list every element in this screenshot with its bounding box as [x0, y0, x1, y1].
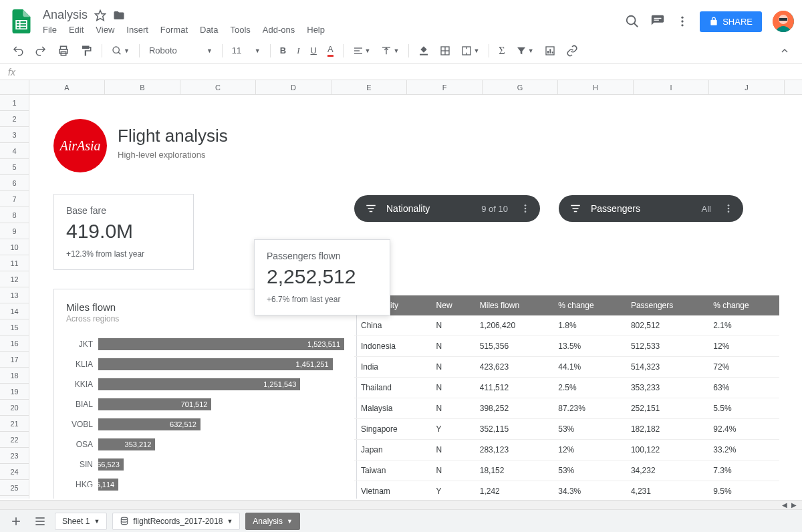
- col-header-C[interactable]: C: [180, 80, 256, 94]
- row-header-11[interactable]: 11: [0, 255, 29, 271]
- tab-sheet1[interactable]: Sheet 1▼: [55, 513, 107, 530]
- scroll-left-icon[interactable]: ◀: [782, 501, 787, 509]
- header-actions: SHARE: [625, 11, 794, 32]
- row-header-1[interactable]: 1: [0, 95, 29, 111]
- menu-add-ons[interactable]: Add-ons: [263, 25, 295, 35]
- folder-icon[interactable]: [113, 9, 125, 21]
- chart-icon[interactable]: [541, 43, 559, 59]
- chip-nationality[interactable]: Nationality 9 of 10: [354, 195, 540, 222]
- menu-data[interactable]: Data: [200, 25, 218, 35]
- row-header-4[interactable]: 4: [0, 143, 29, 159]
- scroll-right-icon[interactable]: ▶: [791, 501, 797, 509]
- row-header-19[interactable]: 19: [0, 384, 29, 400]
- doc-title[interactable]: Analysis: [43, 8, 88, 22]
- row-header-22[interactable]: 22: [0, 432, 29, 448]
- comment-icon[interactable]: [650, 14, 665, 29]
- more-vert-icon[interactable]: [676, 15, 689, 28]
- svg-rect-43: [573, 208, 579, 209]
- row-header-6[interactable]: 6: [0, 175, 29, 191]
- row-header-2[interactable]: 2: [0, 111, 29, 127]
- col-header-J[interactable]: J: [709, 80, 785, 94]
- underline-icon[interactable]: U: [307, 43, 321, 58]
- chip-passengers[interactable]: Passengers All: [559, 195, 743, 222]
- tab-analysis[interactable]: Analysis▼: [245, 513, 300, 530]
- menu-format[interactable]: Format: [160, 25, 188, 35]
- menu-view[interactable]: View: [96, 25, 114, 35]
- fill-color-icon[interactable]: [414, 43, 433, 59]
- sheet-area: ABCDEFGHIJ 12345678910111213141516171819…: [0, 80, 802, 499]
- row-header-18[interactable]: 18: [0, 368, 29, 384]
- row-header-5[interactable]: 5: [0, 159, 29, 175]
- v-align-icon[interactable]: ▼: [377, 43, 403, 59]
- paint-format-icon[interactable]: [76, 42, 96, 59]
- horizontal-scrollbar[interactable]: ◀ ▶: [0, 500, 802, 509]
- row-header-20[interactable]: 20: [0, 400, 29, 416]
- row-header-25[interactable]: 25: [0, 480, 29, 496]
- table-cell: Singapore: [354, 419, 430, 440]
- row-header-14[interactable]: 14: [0, 303, 29, 319]
- formula-bar[interactable]: fx: [0, 64, 802, 80]
- row-header-13[interactable]: 13: [0, 287, 29, 303]
- chip-more-icon[interactable]: [720, 203, 737, 214]
- redo-icon[interactable]: [31, 42, 51, 59]
- link-icon[interactable]: [562, 42, 582, 59]
- font-dd-icon[interactable]: ▼: [203, 45, 217, 57]
- italic-icon[interactable]: I: [293, 43, 303, 59]
- col-header-F[interactable]: F: [407, 80, 483, 94]
- size-dd-icon[interactable]: ▼: [251, 45, 265, 57]
- col-header-I[interactable]: I: [634, 80, 709, 94]
- star-icon[interactable]: [94, 9, 106, 21]
- col-header-A[interactable]: A: [29, 80, 105, 94]
- collapse-toolbar-icon[interactable]: [775, 43, 794, 59]
- zoom-dropdown[interactable]: ▼: [108, 43, 134, 59]
- merge-icon[interactable]: ▼: [457, 43, 483, 59]
- borders-icon[interactable]: [436, 43, 454, 59]
- row-header-21[interactable]: 21: [0, 416, 29, 432]
- col-header-H[interactable]: H: [558, 80, 634, 94]
- sheets-logo[interactable]: [8, 8, 35, 35]
- bar-row: OSA353,212: [66, 434, 344, 454]
- menu-file[interactable]: File: [43, 25, 57, 35]
- menu-insert[interactable]: Insert: [126, 25, 148, 35]
- all-sheets-icon[interactable]: [31, 512, 49, 531]
- table-cell: 63%: [706, 378, 779, 398]
- print-icon[interactable]: [53, 42, 74, 59]
- menu-bar: FileEditViewInsertFormatDataToolsAdd-ons…: [43, 25, 625, 35]
- col-header-D[interactable]: D: [256, 80, 331, 94]
- col-header-B[interactable]: B: [105, 80, 180, 94]
- row-header-12[interactable]: 12: [0, 271, 29, 287]
- undo-icon[interactable]: [8, 42, 28, 59]
- share-button[interactable]: SHARE: [700, 11, 762, 32]
- canvas[interactable]: AirAsia Flight analysis High-level explo…: [29, 95, 802, 499]
- chip-more-icon[interactable]: [517, 203, 533, 214]
- h-align-icon[interactable]: ▼: [349, 43, 375, 59]
- row-header-8[interactable]: 8: [0, 207, 29, 223]
- menu-help[interactable]: Help: [307, 25, 325, 35]
- col-header-G[interactable]: G: [483, 80, 558, 94]
- col-header-E[interactable]: E: [331, 80, 407, 94]
- row-header-3[interactable]: 3: [0, 127, 29, 143]
- menu-edit[interactable]: Edit: [69, 25, 84, 35]
- functions-icon[interactable]: Σ: [495, 42, 509, 59]
- text-color-icon[interactable]: A: [323, 41, 338, 59]
- font-family-select[interactable]: Roboto: [145, 43, 198, 58]
- filter-icon[interactable]: ▼: [512, 43, 538, 59]
- table-cell: 53%: [551, 419, 624, 440]
- svg-point-47: [728, 211, 730, 213]
- tab-datasource[interactable]: flightRecords_2017-2018▼: [112, 513, 240, 530]
- font-size-select[interactable]: 11: [228, 43, 247, 58]
- row-header-7[interactable]: 7: [0, 191, 29, 207]
- avatar[interactable]: [773, 11, 794, 32]
- row-header-10[interactable]: 10: [0, 239, 29, 255]
- menu-tools[interactable]: Tools: [230, 25, 250, 35]
- row-header-16[interactable]: 16: [0, 336, 29, 352]
- add-sheet-icon[interactable]: [7, 512, 25, 531]
- row-header-24[interactable]: 24: [0, 464, 29, 480]
- row-header-9[interactable]: 9: [0, 223, 29, 239]
- bold-icon[interactable]: B: [276, 43, 290, 58]
- select-all-corner[interactable]: [0, 80, 29, 94]
- row-header-23[interactable]: 23: [0, 448, 29, 464]
- row-header-15[interactable]: 15: [0, 319, 29, 336]
- search-icon[interactable]: [625, 14, 640, 29]
- row-header-17[interactable]: 17: [0, 352, 29, 368]
